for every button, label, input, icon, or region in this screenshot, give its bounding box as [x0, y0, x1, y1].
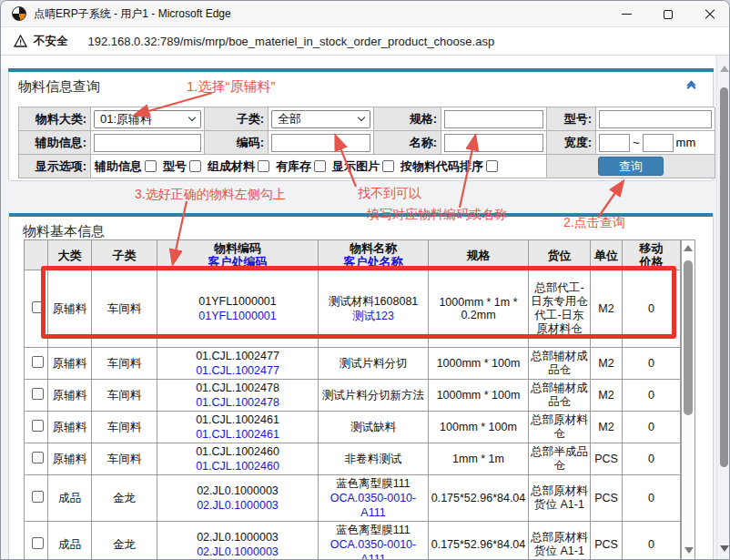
code-label: 编码:: [205, 131, 269, 155]
panel-accent-bar: [8, 68, 714, 72]
title-bar: 点晴ERP子系统 - 用户1 - Microsoft Edge: [1, 1, 730, 27]
aux-info-label: 辅助信息:: [19, 131, 91, 155]
row-checkbox[interactable]: [32, 420, 44, 432]
annotation-check-material: 3.选好正确的物料左侧勾上: [135, 187, 286, 203]
sub-category-select[interactable]: 全部: [271, 110, 370, 128]
annotation-select-category: 1.选择“原辅料”: [187, 78, 276, 96]
row-checkbox[interactable]: [32, 537, 44, 549]
table-row: 成品金龙02.JL0.100000302.JL0.1000003蓝色离型膜111…: [25, 475, 681, 522]
column-header: 单位: [591, 240, 623, 270]
table-row: 成品金龙02.JL0.100000302.JL0.1000003蓝色离型膜111…: [25, 522, 681, 560]
display-option: 显示图片: [332, 158, 394, 175]
column-header: 规格: [429, 240, 529, 270]
display-option-checkbox[interactable]: [382, 160, 394, 172]
url-text[interactable]: 192.168.0.32:789/mis/mrp/boe_materiel_in…: [88, 35, 495, 48]
display-options-label: 显示选项:: [19, 155, 91, 178]
browser-window: 点晴ERP子系统 - 用户1 - Microsoft Edge 不安全 192.…: [0, 0, 730, 560]
display-option-label: 显示图片: [332, 158, 380, 175]
result-panel-title: 物料基本信息: [23, 223, 105, 240]
warning-icon: [14, 35, 27, 47]
chevron-down-icon: [188, 114, 196, 121]
table-scrollbar-thumb[interactable]: [684, 260, 693, 415]
query-form: 物料大类: 01:原辅料 子类: 全部 规格: 型号: 辅助信息: 编码: 名称…: [18, 107, 715, 178]
table-header: 大类子类物料编码客户处编码物料名称客户处名称规格货位单位移动价格: [25, 240, 681, 270]
display-options-group: 辅助信息型号组成材料有库存显示图片按物料代码排序: [91, 155, 547, 178]
spec-input[interactable]: [444, 110, 543, 128]
scroll-up-icon[interactable]: [684, 245, 693, 251]
spec-label: 规格:: [374, 107, 441, 131]
aux-info-input[interactable]: [94, 134, 201, 152]
row-checkbox[interactable]: [32, 388, 44, 400]
name-label: 名称:: [374, 131, 441, 155]
column-header: 子类: [92, 240, 157, 270]
row-checkbox[interactable]: [32, 356, 44, 368]
app-favicon-icon: [12, 6, 26, 21]
width-min-input[interactable]: [599, 134, 630, 152]
display-option-label: 组成材料: [208, 158, 255, 175]
query-panel: 物料信息查询 物料大类: 01:原辅料 子类: 全部 规格: 型号: 辅助信息:…: [8, 68, 714, 181]
display-option-checkbox[interactable]: [145, 160, 157, 172]
sub-category-label: 子类:: [205, 107, 269, 131]
material-table: 大类子类物料编码客户处编码物料名称客户处名称规格货位单位移动价格 原辅料车间料0…: [24, 239, 681, 560]
query-button[interactable]: 查询: [598, 157, 664, 176]
display-option: 组成材料: [208, 158, 269, 175]
address-bar: 不安全 192.168.0.32:789/mis/mrp/boe_materie…: [1, 27, 730, 56]
table-row: 原辅料车间料01.CJL.100247801.CJL.1002478测试片料分切…: [25, 380, 681, 412]
page-scrollbar[interactable]: [716, 56, 730, 560]
page-scrollbar-thumb[interactable]: [720, 87, 728, 467]
close-icon: [705, 9, 715, 20]
column-header: 货位: [529, 240, 591, 270]
chevron-down-icon: [358, 114, 365, 121]
minimize-button[interactable]: [605, 1, 647, 27]
display-option: 型号: [163, 158, 201, 175]
material-category-label: 物料大类:: [19, 107, 91, 131]
close-button[interactable]: [689, 1, 730, 27]
display-option: 辅助信息: [95, 158, 157, 175]
annotation-click-query: 2.点击查询: [563, 215, 625, 231]
annotation-not-found-2: 填写对应物料编码或名称: [367, 207, 507, 223]
row-checkbox[interactable]: [32, 301, 44, 313]
maximize-button[interactable]: [647, 1, 689, 27]
row-checkbox[interactable]: [32, 491, 44, 503]
display-option: 有库存: [276, 158, 326, 175]
display-option: 按物料代码排序: [400, 158, 498, 175]
column-header: 物料编码客户处编码: [157, 240, 319, 270]
table-scrollbar[interactable]: [681, 239, 695, 560]
width-unit: mm: [676, 136, 696, 149]
model-input[interactable]: [599, 110, 712, 128]
display-option-label: 有库存: [276, 158, 311, 175]
security-label[interactable]: 不安全: [34, 34, 68, 49]
column-header: 物料名称客户处名称: [319, 240, 429, 270]
display-option-checkbox[interactable]: [314, 160, 326, 172]
display-option-checkbox[interactable]: [486, 160, 498, 172]
name-input[interactable]: [444, 134, 543, 152]
table-row: 原辅料车间料01.CJL.100247701.CJL.1002477测试片料分切…: [25, 348, 681, 380]
width-label: 宽度:: [547, 131, 596, 155]
width-max-input[interactable]: [643, 134, 674, 152]
column-header: 大类: [48, 240, 92, 270]
page-scroll-up-icon[interactable]: [720, 66, 729, 72]
column-header: 移动价格: [623, 240, 681, 270]
table-row: 原辅料车间料01.CJL.100246001.CJL.1002460非卷料测试1…: [25, 443, 681, 475]
query-panel-title: 物料信息查询: [18, 78, 100, 96]
display-option-checkbox[interactable]: [258, 160, 269, 172]
display-option-label: 辅助信息: [95, 158, 142, 175]
code-input[interactable]: [271, 134, 370, 152]
column-header: [25, 240, 48, 270]
page-scroll-down-icon[interactable]: [720, 545, 729, 552]
material-category-select[interactable]: 01:原辅料: [94, 110, 201, 128]
window-title: 点晴ERP子系统 - 用户1 - Microsoft Edge: [34, 6, 231, 22]
display-option-checkbox[interactable]: [189, 160, 201, 172]
table-row: 原辅料车间料01.CJL.100246101.CJL.1002461测试缺料10…: [25, 412, 681, 443]
table-row: 原辅料车间料01YFL100000101YFL1000001测试材料160808…: [25, 270, 681, 348]
row-checkbox[interactable]: [32, 452, 44, 463]
result-panel: 物料基本信息 大类子类物料编码客户处编码物料名称客户处名称规格货位单位移动价格 …: [8, 213, 714, 560]
scroll-down-icon[interactable]: [684, 547, 694, 554]
collapse-panel-icon[interactable]: [684, 82, 697, 95]
display-option-label: 型号: [163, 158, 187, 175]
model-label: 型号:: [547, 107, 596, 131]
annotation-not-found-1: 找不到可以: [358, 186, 421, 202]
display-option-label: 按物料代码排序: [400, 158, 483, 175]
width-separator: ~: [633, 136, 640, 149]
maximize-icon: [664, 10, 673, 19]
